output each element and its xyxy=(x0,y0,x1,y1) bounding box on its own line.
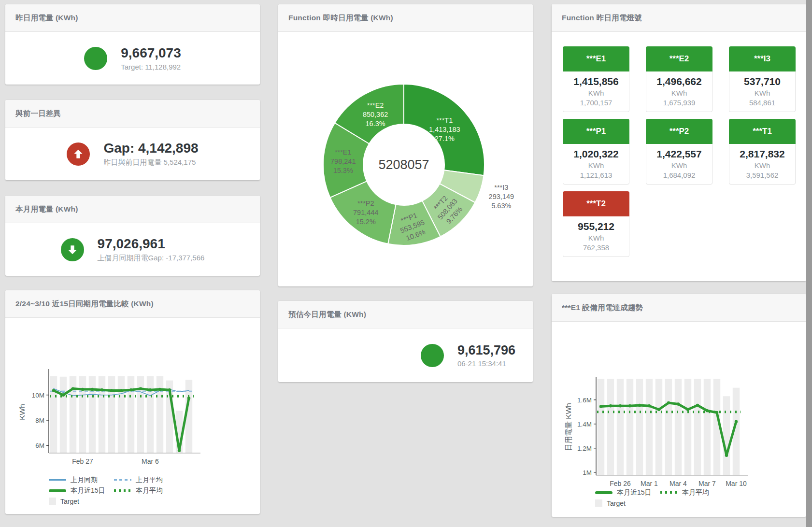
tile-name: ***T2 xyxy=(563,191,629,216)
series-point xyxy=(120,389,123,392)
tile-name: ***P2 xyxy=(646,119,712,144)
panel-header[interactable]: Function 即時日用電量 (KWh) xyxy=(278,4,533,32)
target-bar xyxy=(646,379,653,475)
panel-header[interactable]: ***E1 設備用電達成趨勢 xyxy=(552,294,806,322)
legend-item[interactable]: 本月平均 xyxy=(114,485,163,496)
series-point xyxy=(100,388,103,391)
series-point xyxy=(735,420,738,423)
tile-body: 1,415,856KWh1,700,157 xyxy=(563,71,629,112)
panel-title: 與前一日差異 xyxy=(15,109,61,119)
light-tiles-grid: ***E11,415,856KWh1,700,157***E21,496,662… xyxy=(552,32,806,281)
stat-value: 9,615,796 xyxy=(457,343,515,358)
target-bar xyxy=(607,379,614,475)
status-circle-icon xyxy=(421,344,444,367)
chart-legend[interactable]: 本月近15日本月平均Target xyxy=(595,487,709,508)
light-tile: ***E21,496,662KWh1,675,939 xyxy=(646,46,712,112)
x-tick-label: Feb 27 xyxy=(72,457,93,465)
target-bar xyxy=(636,379,643,475)
tile-target: 584,861 xyxy=(730,99,794,107)
dashboard: 昨日用電量 (KWh) 9,667,073 Target: 11,128,992… xyxy=(0,0,812,527)
tile-unit: KWh xyxy=(730,89,794,97)
target-bar xyxy=(655,379,662,475)
series-point xyxy=(71,387,74,390)
target-bar xyxy=(118,376,125,453)
tile-value: 1,415,856 xyxy=(564,76,628,87)
series-point xyxy=(178,449,181,452)
legend-label: 本月平均 xyxy=(136,486,163,495)
panel-header[interactable]: 預估今日用電量 (KWh) xyxy=(278,301,533,328)
legend-swatch-dots xyxy=(660,491,678,494)
target-bar xyxy=(128,376,134,453)
target-bar xyxy=(723,396,730,475)
panel-realtime-donut: Function 即時日用電量 (KWh) ***T11,413,18327.1… xyxy=(278,4,533,286)
tile-unit: KWh xyxy=(564,161,628,170)
light-tile: ***P11,020,322KWh1,121,613 xyxy=(563,119,629,185)
e1-trend-line-chart: 1M1.2M1.4M1.6M日用電量 KWhFeb 26Mar 1Mar 4Ma… xyxy=(552,322,796,515)
tile-target: 1,121,613 xyxy=(564,171,628,179)
target-bar xyxy=(598,379,604,475)
tile-body: 1,020,322KWh1,121,613 xyxy=(563,144,629,185)
panel-yesterday-usage: 昨日用電量 (KWh) 9,667,073 Target: 11,128,992 xyxy=(5,4,260,85)
target-bar xyxy=(157,376,163,453)
tile-target: 1,700,157 xyxy=(564,99,628,107)
series-point xyxy=(81,388,84,391)
tile-target: 3,591,562 xyxy=(730,171,794,179)
legend-label: Target xyxy=(60,498,79,505)
legend-item[interactable]: 本月近15日 xyxy=(49,485,114,496)
panel-header[interactable]: Function 昨日用電燈號 xyxy=(552,4,806,32)
stat-value: 9,667,073 xyxy=(121,45,181,61)
light-tile: ***P21,422,557KWh1,684,092 xyxy=(646,119,712,185)
panel-header[interactable]: 昨日用電量 (KWh) xyxy=(5,4,260,32)
status-circle-icon xyxy=(84,47,107,70)
tile-unit: KWh xyxy=(564,234,628,242)
legend-item[interactable]: 上月平均 xyxy=(114,475,163,485)
x-tick-label: Feb 26 xyxy=(610,480,631,487)
tile-unit: KWh xyxy=(730,161,794,170)
chart-legend[interactable]: 上月同期上月平均本月近15日本月平均Target xyxy=(49,475,163,506)
legend-item[interactable]: Target xyxy=(49,496,114,506)
target-bar xyxy=(704,379,711,475)
y-tick-label: 10M xyxy=(32,392,44,399)
panel-header[interactable]: 本月用電量 (KWh) xyxy=(5,196,260,223)
target-bar xyxy=(627,379,633,475)
legend-item[interactable]: 本月近15日 xyxy=(595,487,660,498)
legend-label: 本月平均 xyxy=(682,488,709,497)
x-tick-label: Mar 10 xyxy=(726,480,747,487)
scrollbar[interactable] xyxy=(806,0,812,527)
panel-e1-trend-chart: ***E1 設備用電達成趨勢 1M1.2M1.4M1.6M日用電量 KWhFeb… xyxy=(552,294,806,517)
legend-label: 本月近15日 xyxy=(71,486,105,495)
target-bar xyxy=(60,377,67,453)
legend-swatch-dash xyxy=(114,479,131,481)
series-point xyxy=(62,393,65,396)
panel-month-usage: 本月用電量 (KWh) 97,026,961 上個月同期用電Gap: -17,3… xyxy=(5,196,260,276)
stat-value: 97,026,961 xyxy=(98,236,165,252)
x-tick-label: Mar 7 xyxy=(698,480,716,487)
target-bar xyxy=(694,379,701,475)
target-bar xyxy=(99,376,105,453)
stat-subtitle: Target: 11,128,992 xyxy=(121,63,181,71)
series-point xyxy=(686,408,689,411)
tile-target: 1,675,939 xyxy=(647,99,711,107)
light-tile: ***T2955,212KWh762,358 xyxy=(563,191,629,257)
series-point xyxy=(168,388,171,391)
series-point xyxy=(657,408,660,411)
y-tick-label: 1M xyxy=(583,469,592,476)
tile-value: 1,422,557 xyxy=(647,148,711,160)
y-axis-label: 日用電量 KWh xyxy=(564,403,572,451)
series-point xyxy=(696,404,699,407)
tile-name: ***T1 xyxy=(729,119,796,144)
target-bar xyxy=(684,379,691,475)
x-tick-label: Mar 6 xyxy=(142,457,159,465)
series-point xyxy=(619,404,622,407)
panel-header[interactable]: 2/24~3/10 近15日同期用電量比較 (KWh) xyxy=(5,290,260,318)
tile-value: 1,020,322 xyxy=(564,148,628,160)
series-point xyxy=(599,405,602,408)
legend-swatch-box xyxy=(595,499,602,507)
legend-item[interactable]: 本月平均 xyxy=(660,487,709,498)
legend-item[interactable]: 上月同期 xyxy=(49,475,114,485)
target-bar xyxy=(617,379,624,475)
arrow-up-icon xyxy=(67,142,90,166)
panel-header[interactable]: 與前一日差異 xyxy=(5,100,260,128)
legend-item[interactable]: Target xyxy=(595,498,660,508)
series-point xyxy=(628,404,631,407)
